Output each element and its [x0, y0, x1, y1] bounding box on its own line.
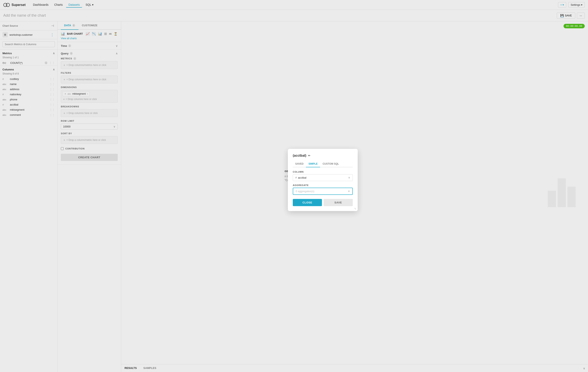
- modal-aggregate-select[interactable]: 0 aggregates(s) ∨: [293, 188, 353, 195]
- modal-title-text: (acctbal): [293, 154, 306, 158]
- modal: (acctbal) ✏ SAVED SIMPLE CUSTOM SQL COLU…: [288, 149, 358, 211]
- modal-tab-simple[interactable]: SIMPLE: [306, 161, 320, 167]
- modal-agg-chevron: ∨: [348, 190, 350, 192]
- modal-actions: CLOSE SAVE: [293, 199, 353, 206]
- modal-tab-custom-sql[interactable]: CUSTOM SQL: [320, 161, 341, 167]
- modal-col-type-icon: #: [295, 176, 297, 179]
- modal-tab-saved[interactable]: SAVED: [293, 161, 306, 167]
- modal-save-button[interactable]: SAVE: [324, 199, 353, 206]
- modal-resize-handle[interactable]: ⤡: [354, 207, 357, 210]
- modal-column-field: COLUMN # acctbal ∨: [293, 171, 353, 181]
- modal-tabs: SAVED SIMPLE CUSTOM SQL: [293, 161, 353, 167]
- modal-close-button[interactable]: CLOSE: [293, 199, 322, 206]
- modal-edit-icon[interactable]: ✏: [308, 154, 310, 157]
- modal-overlay: (acctbal) ✏ SAVED SIMPLE CUSTOM SQL COLU…: [0, 0, 588, 372]
- modal-column-label: COLUMN: [293, 171, 353, 173]
- modal-title: (acctbal) ✏: [293, 154, 353, 158]
- modal-aggregate-field: AGGREGATE 0 aggregates(s) ∨: [293, 184, 353, 195]
- modal-column-select[interactable]: # acctbal ∨: [293, 174, 353, 181]
- modal-aggregate-label: AGGREGATE: [293, 184, 353, 186]
- modal-aggregate-placeholder: 0 aggregates(s): [296, 190, 314, 193]
- modal-col-value: acctbal: [298, 176, 306, 179]
- modal-col-chevron: ∨: [348, 176, 350, 179]
